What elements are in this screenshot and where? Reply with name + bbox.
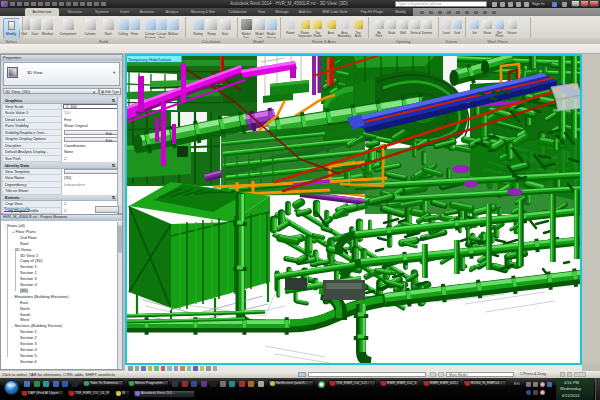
svg-text:Temporary Hide/Isolate: Temporary Hide/Isolate [128,57,172,62]
